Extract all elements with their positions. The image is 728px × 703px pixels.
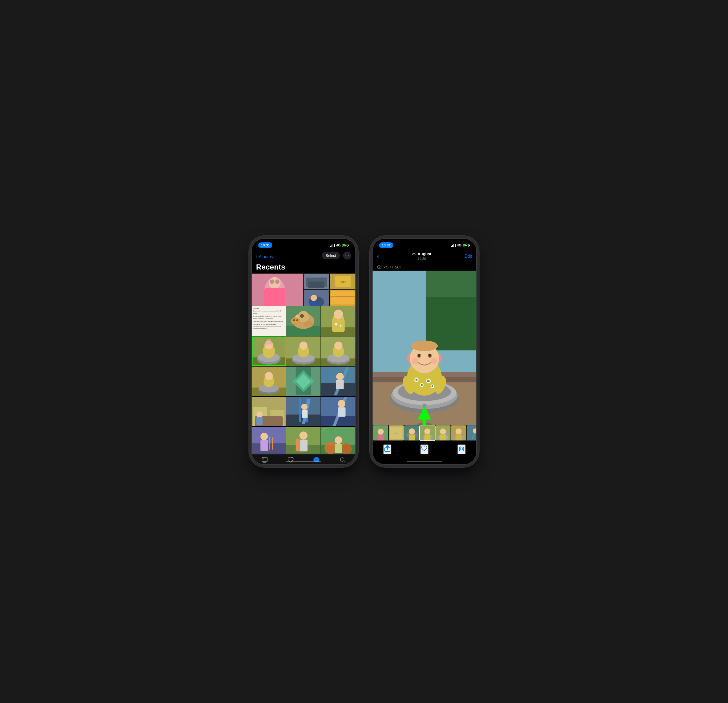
grid-cell-yellow1[interactable] (321, 306, 355, 336)
delete-button[interactable] (458, 444, 465, 454)
svg-point-26 (300, 314, 304, 318)
chevron-left-icon: ‹ (256, 254, 258, 260)
svg-rect-115 (313, 459, 314, 461)
action-bar (373, 441, 476, 462)
svg-text:NH7H: NH7H (340, 281, 346, 283)
svg-point-72 (336, 373, 344, 380)
carrier-label-right: 4G (457, 243, 462, 247)
battery-icon-right: ⚡ (463, 244, 470, 247)
svg-rect-161 (378, 435, 384, 440)
grid-cell-park[interactable] (321, 427, 355, 454)
svg-rect-8 (308, 282, 324, 288)
photos-screen: ‹ Albums Select ··· Recents (252, 239, 355, 464)
tab-search[interactable]: Search (329, 457, 356, 464)
svg-rect-98 (272, 437, 273, 449)
svg-point-11 (311, 295, 317, 301)
signal-icon (330, 244, 335, 247)
svg-rect-80 (256, 417, 263, 425)
select-button[interactable]: Select (322, 252, 340, 259)
grid-cell-playground[interactable] (286, 397, 321, 426)
back-albums-button[interactable]: ‹ Albums (256, 254, 273, 260)
grid-cell-cow[interactable] (286, 306, 321, 336)
grid-cell-text[interactable]: In Its Face Space ails us moderns: we ar… (252, 306, 286, 336)
grid-cell-slide3[interactable] (321, 397, 355, 426)
text-photo: In Its Face Space ails us moderns: we ar… (252, 306, 286, 336)
home-indicator-left (286, 461, 321, 462)
grid-cell-room[interactable] (252, 397, 286, 426)
more-button[interactable]: ··· (343, 252, 351, 260)
svg-rect-111 (262, 457, 264, 460)
svg-rect-73 (336, 380, 344, 389)
svg-rect-87 (302, 410, 308, 418)
svg-rect-97 (269, 437, 270, 449)
svg-point-118 (340, 458, 344, 461)
grid-cell-1[interactable] (252, 273, 303, 306)
nav-actions: Select ··· (322, 252, 351, 260)
grid-cell-diamond[interactable] (286, 367, 321, 396)
svg-text:text: text (395, 433, 397, 434)
library-icon (261, 457, 268, 464)
svg-point-64 (265, 372, 273, 380)
thumb-2[interactable]: text (389, 425, 404, 440)
recents-title: Recents (252, 262, 355, 273)
thumb-5[interactable] (435, 425, 451, 440)
grid-cell-bowl3[interactable] (321, 336, 355, 366)
home-indicator-right (407, 461, 442, 462)
thumbnail-strip[interactable]: text (373, 425, 476, 441)
thumb-3[interactable] (404, 425, 419, 440)
portrait-badge: PORTRAIT (373, 264, 476, 270)
svg-rect-116 (319, 459, 319, 461)
thumb-7[interactable] (467, 425, 476, 440)
status-right-right: 4G ⚡ (451, 243, 470, 247)
photo-grid: NH7H (252, 273, 355, 454)
svg-rect-103 (296, 438, 300, 451)
notch (286, 239, 321, 247)
photo-date: 29 August (379, 252, 464, 256)
share-button[interactable] (383, 444, 391, 454)
grid-cell-bowl2[interactable] (286, 336, 321, 366)
favorite-button[interactable] (420, 444, 429, 454)
search-icon (339, 457, 346, 464)
svg-point-46 (269, 342, 273, 345)
svg-point-5 (275, 279, 280, 284)
svg-rect-158 (423, 419, 426, 425)
svg-point-153 (430, 358, 437, 365)
svg-rect-12 (310, 301, 318, 306)
edit-button[interactable]: Edit (464, 254, 472, 259)
svg-rect-35 (332, 321, 344, 332)
left-phone: 10:31 4G ⚡ (251, 238, 356, 465)
grid-cell-bowl-selected[interactable] (252, 336, 286, 366)
albums-icon (313, 457, 320, 464)
svg-point-151 (429, 354, 431, 357)
thumb-6[interactable] (451, 425, 466, 440)
svg-rect-109 (335, 444, 342, 453)
grid-cell-toddler2[interactable] (286, 427, 321, 454)
svg-line-119 (344, 461, 345, 463)
portrait-label: PORTRAIT (383, 265, 402, 269)
svg-point-101 (299, 432, 308, 440)
grid-cell-yellow2[interactable] (252, 367, 286, 396)
main-photo[interactable] (373, 270, 476, 425)
svg-point-143 (427, 380, 429, 382)
svg-point-152 (412, 358, 418, 365)
svg-point-95 (260, 433, 268, 440)
svg-point-167 (409, 428, 415, 434)
detail-title-area: 29 August 11:30 (379, 252, 464, 261)
back-button-detail[interactable]: ‹ (377, 253, 379, 259)
svg-point-141 (415, 379, 417, 381)
grid-cell-toddler1[interactable] (252, 427, 286, 454)
svg-rect-17 (331, 291, 355, 304)
svg-point-4 (270, 279, 274, 284)
svg-point-150 (418, 354, 420, 357)
thumb-4-active[interactable] (420, 425, 435, 440)
svg-point-58 (334, 341, 342, 350)
tab-for-you[interactable]: For You (278, 457, 304, 464)
svg-rect-92 (338, 407, 345, 417)
tab-library[interactable]: Library (252, 457, 278, 464)
tab-albums[interactable]: Albums (303, 457, 329, 464)
svg-point-27 (304, 321, 313, 327)
svg-point-29 (293, 319, 295, 321)
grid-cell-slide2[interactable] (321, 367, 355, 396)
thumb-1[interactable] (373, 425, 388, 440)
svg-point-175 (440, 428, 446, 434)
